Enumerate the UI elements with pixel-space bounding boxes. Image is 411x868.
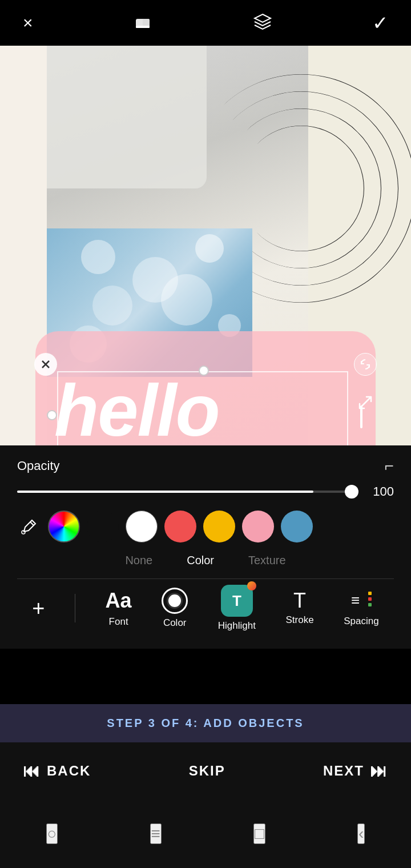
opacity-slider-fill <box>17 491 313 493</box>
layers-button[interactable] <box>252 11 273 35</box>
svg-line-5 <box>30 522 34 525</box>
highlight-tool[interactable]: T Highlight <box>218 585 256 632</box>
svg-rect-1 <box>143 19 150 27</box>
add-icon: + <box>32 596 45 621</box>
color-tool[interactable]: Color <box>162 588 188 629</box>
add-tool[interactable]: + <box>32 596 45 621</box>
bg-style-tabs: None Color Texture <box>17 554 394 567</box>
erase-button[interactable] <box>132 11 153 35</box>
color-swatch-blue[interactable] <box>281 511 313 542</box>
android-home-button[interactable]: ○ <box>46 823 58 844</box>
text-close-button[interactable] <box>34 353 57 376</box>
color-swatch-yellow[interactable] <box>203 511 235 542</box>
svg-text:≡: ≡ <box>351 592 360 609</box>
opacity-slider-row: 100 <box>17 484 394 499</box>
font-icon: Aa <box>106 589 132 613</box>
bg-tab-color[interactable]: Color <box>187 554 214 567</box>
corner-radius-icon[interactable]: ⌐ <box>385 457 394 475</box>
color-swatches-row <box>17 511 394 542</box>
resize-button[interactable] <box>354 391 377 414</box>
stroke-label: Stroke <box>285 614 313 626</box>
tools-panel: Opacity ⌐ 100 None Color Texture <box>0 445 411 649</box>
bg-tab-none[interactable]: None <box>125 554 152 567</box>
android-menu-button[interactable]: ≡ <box>150 823 162 844</box>
step-banner: STEP 3 OF 4: ADD OBJECTS <box>0 704 411 742</box>
close-button[interactable]: × <box>23 13 33 33</box>
android-nav: ○ ≡ □ ‹ <box>0 799 411 868</box>
opacity-label: Opacity <box>17 459 60 473</box>
skip-button[interactable]: SKIP <box>189 763 225 779</box>
font-label: Font <box>109 616 128 628</box>
stroke-icon: T <box>293 590 306 611</box>
svg-rect-8 <box>368 592 372 595</box>
back-label: BACK <box>47 763 91 779</box>
skip-label: SKIP <box>189 763 225 779</box>
back-button[interactable]: ⏮ BACK <box>23 761 91 781</box>
canvas-area: hello ✦ | <box>0 46 411 445</box>
spacing-icon: ≡ <box>350 589 373 612</box>
color-icon <box>162 588 188 614</box>
color-swatch-red[interactable] <box>164 511 196 542</box>
bottom-toolbar: + Aa Font Color T Highlight T Strok <box>17 578 394 640</box>
stroke-tool[interactable]: T Stroke <box>285 590 313 626</box>
color-swatch-rainbow[interactable] <box>48 511 80 542</box>
bg-tab-texture[interactable]: Texture <box>248 554 286 567</box>
step-text: STEP 3 OF 4: ADD OBJECTS <box>107 717 304 729</box>
highlight-icon: T <box>221 585 253 617</box>
confirm-button[interactable]: ✓ <box>372 11 388 34</box>
handle-top-center[interactable] <box>199 365 209 376</box>
handle-mid-left[interactable] <box>47 410 57 420</box>
rotate-button[interactable] <box>354 353 377 376</box>
top-bar: × ✓ <box>0 0 411 46</box>
font-tool[interactable]: Aa Font <box>106 589 132 628</box>
spacing-tool[interactable]: ≡ Spacing <box>344 589 378 627</box>
color-swatch-black[interactable] <box>87 511 119 542</box>
nav-bar: ⏮ BACK SKIP NEXT ⏭ <box>0 742 411 799</box>
next-button[interactable]: NEXT ⏭ <box>323 761 388 781</box>
svg-rect-9 <box>368 597 372 601</box>
color-label: Color <box>163 617 187 629</box>
android-overview-button[interactable]: □ <box>253 823 265 844</box>
color-swatch-pink[interactable] <box>242 511 274 542</box>
canvas-text[interactable]: hello <box>54 374 219 445</box>
opacity-slider-track[interactable] <box>17 491 357 493</box>
android-back-button[interactable]: ‹ <box>357 823 365 844</box>
back-icon: ⏮ <box>23 761 41 781</box>
color-swatch-white[interactable] <box>126 511 158 542</box>
next-icon: ⏭ <box>370 761 388 781</box>
svg-rect-2 <box>136 26 150 28</box>
eyedropper-tool[interactable] <box>17 515 41 539</box>
highlight-label: Highlight <box>218 620 256 632</box>
next-label: NEXT <box>323 763 364 779</box>
highlight-badge <box>247 581 256 590</box>
svg-rect-10 <box>368 603 372 606</box>
opacity-slider-thumb[interactable] <box>345 485 358 499</box>
opacity-value: 100 <box>366 484 394 499</box>
spacing-label: Spacing <box>344 616 378 627</box>
toolbar-divider <box>75 594 75 622</box>
